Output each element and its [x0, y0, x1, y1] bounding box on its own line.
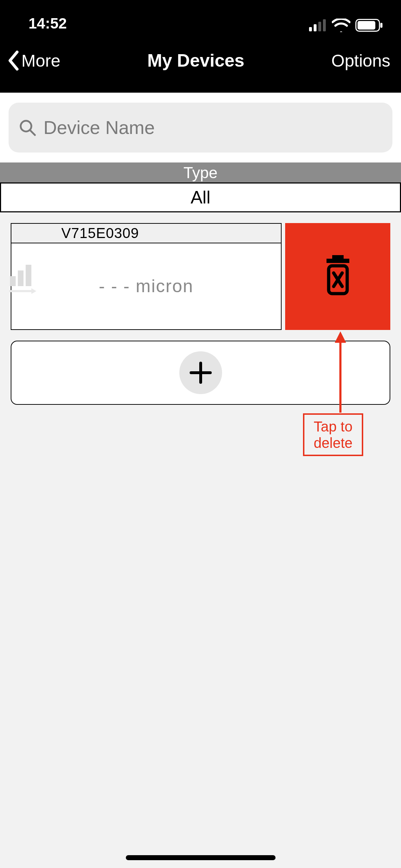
svg-rect-9	[10, 276, 16, 286]
annotation-line2: delete	[314, 435, 353, 451]
options-button[interactable]: Options	[331, 51, 390, 71]
device-id: V715E0309	[11, 224, 281, 243]
nav-bar: More My Devices Options	[0, 36, 401, 93]
svg-rect-14	[327, 259, 349, 263]
filter-header: Type	[0, 162, 401, 182]
signal-bars-icon	[8, 258, 36, 297]
trash-delete-icon	[320, 255, 356, 298]
plus-icon	[188, 360, 213, 385]
home-indicator[interactable]	[126, 855, 276, 860]
annotation-arrow	[333, 331, 348, 413]
page-title: My Devices	[147, 50, 244, 71]
device-reading: - - - micron	[99, 276, 194, 296]
annotation-callout: Tap to delete	[303, 413, 363, 456]
clock: 14:52	[29, 15, 67, 32]
svg-rect-5	[358, 21, 375, 30]
battery-icon	[355, 19, 383, 32]
filter-select[interactable]: All	[0, 182, 401, 212]
back-label: More	[21, 51, 60, 71]
status-bar: 14:52	[0, 0, 401, 36]
search-placeholder: Device Name	[43, 117, 155, 138]
device-row-swiped: V715E0309 - - - micron	[11, 223, 390, 330]
search-container: Device Name	[0, 93, 401, 162]
svg-rect-10	[18, 270, 24, 286]
back-button[interactable]: More	[7, 51, 60, 71]
search-input[interactable]: Device Name	[9, 103, 392, 153]
chevron-left-icon	[7, 51, 19, 71]
svg-rect-0	[309, 27, 312, 31]
status-icons	[309, 19, 383, 32]
svg-rect-15	[332, 255, 344, 259]
delete-button[interactable]	[285, 223, 390, 330]
svg-line-8	[30, 130, 35, 135]
svg-rect-2	[318, 22, 321, 31]
device-row[interactable]: V715E0309 - - - micron	[11, 223, 282, 330]
svg-rect-11	[26, 265, 31, 286]
wifi-icon	[332, 19, 350, 32]
svg-marker-22	[335, 331, 346, 343]
search-icon	[19, 119, 36, 136]
svg-rect-3	[323, 19, 326, 31]
cellular-icon	[309, 19, 327, 31]
svg-rect-1	[314, 24, 317, 31]
svg-marker-13	[31, 288, 36, 294]
svg-rect-6	[380, 23, 382, 28]
add-icon-circle	[179, 351, 222, 394]
annotation-line1: Tap to	[314, 418, 353, 435]
